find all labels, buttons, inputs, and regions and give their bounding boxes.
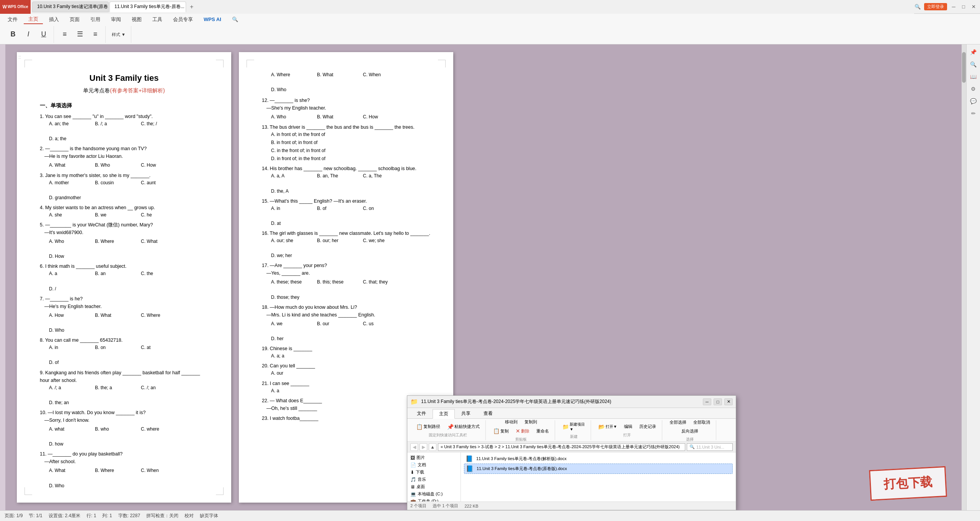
fe-nav-work-d-label: 工作盘 (D:) xyxy=(418,498,438,501)
question-16: 16. The girl with glasses is _______ new… xyxy=(262,229,430,259)
question-8: 8. You can call me _______ 65432718. A. … xyxy=(40,336,208,366)
wps-logo: W WPS Office xyxy=(0,0,31,14)
q11-options: A. What B. Where C. When D. Who xyxy=(40,467,208,489)
fe-paste-shortcut-btn[interactable]: 📌粘贴快捷方式 xyxy=(444,423,482,431)
fe-invert-select-btn[interactable]: 反向选择 xyxy=(679,427,701,435)
font-italic-btn[interactable]: I xyxy=(21,29,35,40)
fe-delete-btn[interactable]: ✕删除 xyxy=(513,427,532,435)
scrollbar-thumb[interactable] xyxy=(962,52,966,83)
q1-options: A. an; the B. /; a C. the; / D. a; the xyxy=(40,120,208,143)
q5-dialogue: —It's wxid687900. xyxy=(40,229,208,236)
q4-text: 4. My sister wants to be an actress when… xyxy=(40,205,155,210)
q22-text: 22. — What does E_______ xyxy=(262,398,322,403)
fe-back-btn[interactable]: ◀ xyxy=(410,443,418,451)
close-button[interactable]: ✕ xyxy=(970,3,977,10)
q4-options: A. she B. we C. he xyxy=(40,211,208,219)
vertical-scrollbar[interactable] xyxy=(962,44,966,510)
topbar: W WPS Office 10.Unit 3 Family ties速记清单(原… xyxy=(0,0,980,14)
q5-text: 5. —________ is your WeChat (微信) number,… xyxy=(40,222,153,228)
fe-nav-music[interactable]: 🎵 音乐 xyxy=(409,476,459,483)
tab-doc2[interactable]: 11.Unit 3 Family ties单元卷-原卷... ✕ xyxy=(109,2,186,12)
fe-copy-btn[interactable]: 📋复制 xyxy=(490,427,511,435)
fe-copy-to-btn[interactable]: 复制到 xyxy=(522,418,540,426)
fe-nav-downloads[interactable]: ⬇ 下载 xyxy=(409,469,459,476)
fe-tab-share[interactable]: 共享 xyxy=(455,409,477,418)
ribbon-tabs: 文件 主页 插入 页面 引用 审阅 视图 工具 会员专享 WPS AI 🔍 xyxy=(0,14,980,25)
ribbon-tab-review[interactable]: 审阅 xyxy=(106,15,126,24)
ribbon-tab-tools[interactable]: 工具 xyxy=(148,15,167,24)
ribbon-tab-home[interactable]: 主页 xyxy=(24,15,43,24)
maximize-button[interactable]: □ xyxy=(960,3,967,10)
fe-tab-home[interactable]: 主页 xyxy=(433,409,455,419)
corner-bl xyxy=(24,487,32,495)
fe-rename-btn[interactable]: 重命名 xyxy=(534,427,552,435)
align-right-btn[interactable]: ≡ xyxy=(88,29,102,40)
q16-text: 16. The girl with glasses is _______ new… xyxy=(262,231,430,236)
rs-icon-6[interactable]: ✏ xyxy=(969,109,978,118)
fe-open-label: 打开 xyxy=(623,433,631,438)
fe-edit-btn[interactable]: 编辑 xyxy=(621,423,635,431)
fe-file-1[interactable]: 📘 11.Unit 3 Family ties单元卷-考点卷(解析版).docx xyxy=(464,454,733,464)
align-center-btn[interactable]: ☰ xyxy=(73,29,87,40)
font-underline-btn[interactable]: U xyxy=(37,29,51,40)
styles-btn[interactable]: 样式 ▼ xyxy=(109,31,128,38)
fe-maximize-btn[interactable]: □ xyxy=(714,398,722,405)
fe-close-btn[interactable]: ✕ xyxy=(724,398,733,405)
align-left-btn[interactable]: ≡ xyxy=(58,29,72,40)
move-handle: :: xyxy=(18,54,21,61)
ribbon-tab-reference[interactable]: 引用 xyxy=(86,15,105,24)
wps-logo-text: W xyxy=(2,4,7,10)
right-sidebar: 📌 🔍 📖 ⚙ 💬 ✏ xyxy=(966,44,980,510)
drive-c-icon: 💻 xyxy=(410,492,416,497)
fe-new-item-btn[interactable]: 📁 新建项目 ▼ xyxy=(560,421,588,433)
fe-deselect-btn[interactable]: 全部取消 xyxy=(691,418,713,426)
fe-nav-documents[interactable]: 📄 文档 xyxy=(409,461,459,469)
new-tab-button[interactable]: + xyxy=(187,3,196,10)
rs-icon-4[interactable]: ⚙ xyxy=(969,84,978,93)
q7-dialogue: —He's my English teacher. xyxy=(40,303,208,310)
fe-history-btn[interactable]: 历史记录 xyxy=(637,423,659,431)
fe-minimize-btn[interactable]: ─ xyxy=(703,398,711,405)
ribbon-tab-wpsai[interactable]: WPS AI xyxy=(199,16,226,23)
tab-doc1[interactable]: 10.Unit 3 Family ties速记清单(原卷... ✕ xyxy=(32,2,109,12)
fe-select-label: 选择 xyxy=(686,437,694,442)
font-bold-btn[interactable]: B xyxy=(6,29,20,40)
ribbon-tab-member[interactable]: 会员专享 xyxy=(168,15,198,24)
fe-address-bar[interactable]: « Unit 3 Family ties > 3-试卷 > 2 > 11.Uni… xyxy=(438,443,685,451)
fe-nav-local-c[interactable]: 💻 本地磁盘 (C:) xyxy=(409,490,459,498)
fe-move-to-btn[interactable]: 移动到 xyxy=(502,418,520,426)
fe-open-btn[interactable]: 📂 打开▼ xyxy=(596,423,620,431)
rs-icon-5[interactable]: 💬 xyxy=(969,97,978,106)
ribbon-tab-page[interactable]: 页面 xyxy=(65,15,84,24)
fe-select-row2: 反向选择 xyxy=(679,427,701,435)
question-15: 15. —What's this _____ English? —It's an… xyxy=(262,197,430,227)
minimize-button[interactable]: ─ xyxy=(950,3,957,10)
fe-nav-work-d[interactable]: 💼 工作盘 (D:) xyxy=(409,498,459,501)
q9-text: 9. Kangkang and his friends often play _… xyxy=(40,370,200,383)
download-stamp[interactable]: 打包下载 xyxy=(869,466,947,501)
fe-nav-pictures[interactable]: 🖼 图片 xyxy=(409,454,459,461)
register-button[interactable]: 立即登录 xyxy=(924,3,947,10)
fe-forward-btn[interactable]: ▶ xyxy=(420,443,427,451)
search-icon[interactable]: 🔍 xyxy=(914,3,921,10)
ribbon-tab-file[interactable]: 文件 xyxy=(3,15,22,24)
fe-tab-file[interactable]: 文件 xyxy=(410,409,433,418)
rs-icon-3[interactable]: 📖 xyxy=(969,72,978,81)
fe-nav-desktop[interactable]: 🖥 桌面 xyxy=(409,483,459,490)
fe-up-btn[interactable]: ▲ xyxy=(429,443,436,451)
fe-file-2[interactable]: 📘 11.Unit 3 Family ties单元卷-考点卷(原卷版).docx xyxy=(464,464,733,474)
q13-options: A. in front of; in the front of B. in fr… xyxy=(262,131,430,163)
fe-select-all-btn[interactable]: 全部选择 xyxy=(667,418,689,426)
status-row: 列: 1 xyxy=(102,513,112,519)
fe-search-bar[interactable]: 🔍 11.Unit 3 Uni... xyxy=(687,443,733,451)
fe-folder-icon: 📁 xyxy=(410,398,418,405)
ribbon-tab-view[interactable]: 视图 xyxy=(127,15,146,24)
fe-copy-path-btn[interactable]: 📋复制路径 xyxy=(413,423,443,431)
ribbon-tab-insert[interactable]: 插入 xyxy=(44,15,64,24)
fe-tab-view[interactable]: 查看 xyxy=(477,409,499,418)
q11-text: 11. —_______ do you play basketball? xyxy=(40,451,122,457)
fe-file2-name: 11.Unit 3 Family ties单元卷-考点卷(原卷版).docx xyxy=(477,466,731,472)
rs-icon-1[interactable]: 📌 xyxy=(969,48,978,57)
rs-icon-2[interactable]: 🔍 xyxy=(969,60,978,69)
ribbon-search[interactable]: 🔍 xyxy=(227,16,243,23)
